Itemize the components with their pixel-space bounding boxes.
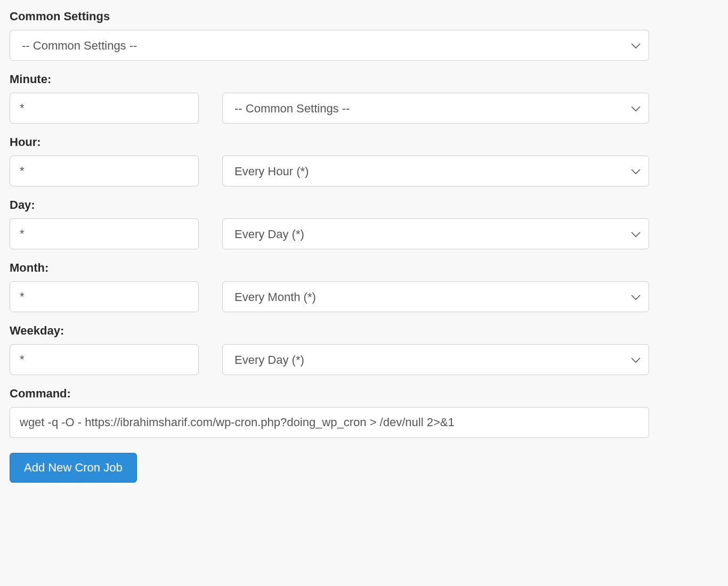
- minute-input[interactable]: [10, 93, 199, 124]
- command-input[interactable]: [10, 407, 649, 438]
- minute-group: Minute: -- Common Settings --: [10, 72, 649, 124]
- weekday-input[interactable]: [10, 344, 199, 375]
- minute-label: Minute:: [10, 72, 649, 86]
- minute-select-wrapper: -- Common Settings --: [222, 93, 649, 124]
- hour-group: Hour: Every Hour (*): [10, 135, 649, 186]
- hour-preset-select[interactable]: Every Hour (*): [222, 156, 649, 186]
- weekday-label: Weekday:: [10, 324, 649, 338]
- common-settings-select[interactable]: -- Common Settings --: [10, 30, 649, 61]
- month-label: Month:: [10, 261, 649, 275]
- common-settings-group: Common Settings -- Common Settings --: [10, 10, 649, 61]
- hour-select-wrapper: Every Hour (*): [222, 156, 649, 186]
- month-input[interactable]: [10, 281, 199, 312]
- month-preset-select[interactable]: Every Month (*): [222, 281, 649, 312]
- month-group: Month: Every Month (*): [10, 261, 649, 312]
- day-preset-select[interactable]: Every Day (*): [222, 218, 649, 249]
- common-settings-select-wrapper: -- Common Settings --: [10, 30, 649, 61]
- cron-form: Common Settings -- Common Settings -- Mi…: [10, 10, 649, 483]
- day-group: Day: Every Day (*): [10, 198, 649, 249]
- day-label: Day:: [10, 198, 649, 212]
- weekday-preset-select[interactable]: Every Day (*): [222, 344, 649, 375]
- hour-label: Hour:: [10, 135, 649, 149]
- day-select-wrapper: Every Day (*): [222, 218, 649, 249]
- command-label: Command:: [10, 387, 649, 401]
- hour-input[interactable]: [10, 156, 199, 186]
- minute-preset-select[interactable]: -- Common Settings --: [222, 93, 649, 124]
- day-input[interactable]: [10, 218, 199, 249]
- common-settings-label: Common Settings: [10, 10, 649, 23]
- add-cron-job-button[interactable]: Add New Cron Job: [10, 453, 137, 483]
- command-group: Command:: [10, 387, 649, 438]
- weekday-group: Weekday: Every Day (*): [10, 324, 649, 375]
- weekday-select-wrapper: Every Day (*): [222, 344, 649, 375]
- month-select-wrapper: Every Month (*): [222, 281, 649, 312]
